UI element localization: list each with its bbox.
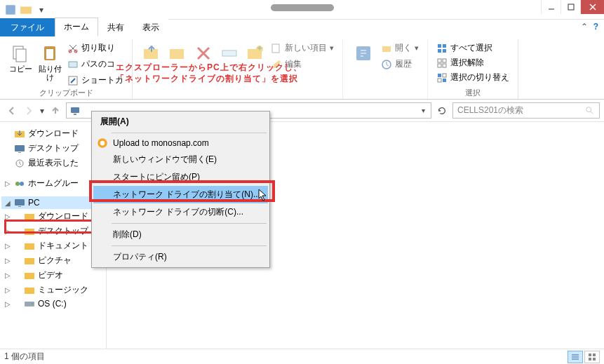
svg-rect-36	[71, 107, 79, 113]
svg-rect-26	[438, 49, 441, 53]
view-icons-button[interactable]	[584, 351, 600, 363]
titlebar-drag-handle[interactable]	[271, 4, 334, 11]
nav-back-button[interactable]	[4, 103, 20, 119]
help-icon[interactable]: ?	[593, 22, 598, 32]
nav-forward-button[interactable]	[21, 103, 36, 119]
ctx-pin-to-start[interactable]: スタートにピン留め(P)	[93, 168, 268, 186]
monosnap-icon	[96, 137, 109, 149]
svg-line-39	[591, 111, 593, 114]
tree-pc-downloads[interactable]: ▷ダウンロード	[1, 209, 105, 224]
clipboard-group-label: クリップボード	[0, 88, 132, 98]
svg-rect-27	[443, 49, 446, 53]
svg-rect-52	[25, 273, 34, 279]
tree-pc-documents[interactable]: ▷ドキュメント	[1, 238, 105, 253]
statusbar: 1 個の項目	[0, 349, 604, 364]
svg-rect-3	[568, 4, 574, 10]
svg-rect-9	[46, 49, 53, 59]
svg-rect-49	[25, 229, 34, 235]
cut-button[interactable]: 切り取り	[65, 41, 126, 55]
paste-button[interactable]: 貼り付け	[35, 41, 65, 89]
svg-text:✦: ✦	[256, 43, 263, 53]
tab-file[interactable]: ファイル	[0, 18, 55, 36]
svg-rect-22	[382, 46, 391, 52]
svg-rect-15	[170, 49, 184, 59]
breadcrumb-dropdown-icon[interactable]: ▾	[419, 107, 428, 114]
ribbon-collapse-icon[interactable]: ⌃	[581, 22, 588, 32]
newitem-button[interactable]: 新しい項目 ▾	[268, 41, 337, 55]
copy-label: コピー	[9, 65, 32, 73]
svg-rect-62	[593, 353, 596, 356]
selectall-button[interactable]: すべて選択	[434, 41, 512, 55]
svg-point-55	[32, 303, 33, 304]
svg-rect-51	[25, 258, 34, 264]
search-icon	[585, 106, 595, 116]
tab-home[interactable]: ホーム	[55, 18, 98, 36]
svg-rect-42	[18, 152, 21, 153]
svg-rect-47	[18, 206, 21, 207]
refresh-button[interactable]	[434, 103, 450, 119]
ctx-delete[interactable]: 削除(D)	[93, 226, 268, 243]
select-group-label: 選択	[428, 88, 518, 98]
svg-rect-1	[20, 6, 32, 13]
ctx-open-new-window[interactable]: 新しいウィンドウで開く(E)	[93, 151, 268, 168]
svg-rect-48	[25, 214, 34, 220]
svg-point-44	[15, 182, 20, 186]
tree-pc-desktop[interactable]: ▷デスクトップ	[1, 224, 105, 238]
tab-share[interactable]: 共有	[98, 18, 133, 36]
tree-pc-music[interactable]: ▷ミュージック	[1, 283, 105, 297]
svg-point-45	[20, 182, 24, 186]
ctx-properties[interactable]: プロパティ(R)	[93, 248, 268, 266]
svg-rect-64	[593, 358, 596, 360]
paste-label: 貼り付け	[36, 65, 63, 81]
view-details-button[interactable]	[568, 351, 583, 363]
svg-rect-16	[222, 50, 236, 56]
minimize-button[interactable]	[541, 0, 561, 14]
annotation-overlay: エクスプローラーからPC上で右クリックし、 「ネットワークドライブの割り当て」を…	[116, 62, 562, 84]
tree-recent[interactable]: 最近表示した	[1, 156, 105, 170]
qat-dropdown-icon[interactable]: ▾	[35, 4, 48, 16]
qat-properties-icon[interactable]	[4, 4, 17, 16]
svg-rect-24	[438, 44, 441, 48]
context-menu: 展開(A) Upload to monosnap.com 新しいウィンドウで開く…	[91, 111, 270, 268]
tree-downloads[interactable]: ダウンロード	[1, 126, 105, 141]
svg-rect-61	[589, 353, 591, 356]
copy-button[interactable]: コピー	[6, 41, 35, 89]
tab-view[interactable]: 表示	[133, 18, 168, 36]
svg-rect-12	[69, 62, 77, 67]
svg-rect-53	[25, 288, 34, 294]
svg-rect-54	[25, 302, 34, 306]
ctx-expand[interactable]: 展開(A)	[93, 113, 268, 130]
maximize-button[interactable]	[561, 0, 580, 14]
titlebar: ▾	[0, 0, 604, 20]
svg-rect-46	[15, 199, 25, 205]
svg-point-38	[586, 107, 591, 112]
svg-rect-37	[74, 114, 76, 115]
nav-up-button[interactable]	[48, 103, 63, 119]
nav-recent-button[interactable]: ▾	[38, 103, 46, 119]
search-placeholder: CELLS201の検索	[457, 105, 585, 116]
tree-pc-pictures[interactable]: ▷ピクチャ	[1, 253, 105, 268]
cursor-icon	[258, 189, 269, 203]
svg-rect-0	[6, 5, 15, 15]
ctx-upload-monosnap[interactable]: Upload to monosnap.com	[93, 135, 268, 151]
svg-rect-25	[443, 44, 446, 48]
ctx-map-network-drive[interactable]: ネットワーク ドライブの割り当て(N)...	[93, 186, 268, 203]
status-item-count: 1 個の項目	[4, 351, 45, 363]
svg-rect-7	[16, 49, 26, 62]
tree-pc-osdrive[interactable]: ▷OS (C:)	[1, 297, 105, 310]
tree-desktop[interactable]: デスクトップ	[1, 141, 105, 156]
ribbon-tabs: ファイル ホーム 共有 表示 ⌃ ?	[0, 20, 604, 36]
tree-pc[interactable]: ◢PC	[1, 196, 105, 209]
svg-rect-20	[272, 44, 279, 53]
svg-rect-50	[25, 243, 34, 250]
close-button[interactable]	[580, 0, 604, 14]
pc-icon	[69, 105, 81, 116]
ctx-disconnect-network-drive[interactable]: ネットワーク ドライブの切断(C)...	[93, 203, 268, 221]
svg-point-57	[100, 141, 105, 146]
search-input[interactable]: CELLS201の検索	[452, 102, 600, 119]
qat-newfolder-icon[interactable]	[20, 4, 32, 16]
svg-rect-63	[589, 358, 591, 360]
tree-homegroup[interactable]: ▷ホームグルー	[1, 176, 105, 191]
open-button[interactable]: 開く ▾	[378, 41, 422, 55]
tree-pc-videos[interactable]: ▷ビデオ	[1, 268, 105, 283]
